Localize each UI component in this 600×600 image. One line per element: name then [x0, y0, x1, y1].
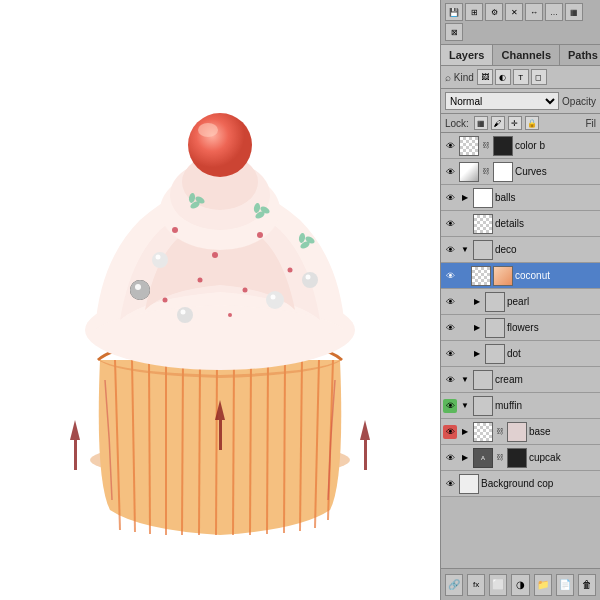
- svg-point-27: [306, 275, 311, 280]
- eye-base[interactable]: 👁: [443, 425, 457, 439]
- lock-brush-icon[interactable]: 🖌: [491, 116, 505, 130]
- extra-icon-2[interactable]: ⊠: [445, 23, 463, 41]
- filter-adjust-icon[interactable]: ◐: [495, 69, 511, 85]
- tab-paths[interactable]: Paths: [560, 45, 600, 65]
- layer-cream[interactable]: 👁 ▼ cream: [441, 367, 600, 393]
- thumb-flowers: [485, 318, 505, 338]
- canvas-area: [0, 0, 440, 600]
- layer-name-cupcake: cupcak: [529, 452, 598, 463]
- expand-cupcake[interactable]: ▶: [459, 452, 471, 464]
- eye-pearl[interactable]: 👁: [443, 295, 457, 309]
- svg-point-28: [152, 252, 168, 268]
- bottom-delete-icon[interactable]: 🗑: [578, 574, 596, 596]
- expand-base[interactable]: ▶: [459, 426, 471, 438]
- layer-name-color-b: color b: [515, 140, 598, 151]
- chain-base: ⛓: [495, 427, 505, 437]
- eye-balls[interactable]: 👁: [443, 191, 457, 205]
- lock-checker-icon[interactable]: ▦: [474, 116, 488, 130]
- layer-name-deco: deco: [495, 244, 598, 255]
- eye-background[interactable]: 👁: [443, 477, 457, 491]
- eye-cream[interactable]: 👁: [443, 373, 457, 387]
- layer-color-b[interactable]: 👁 ⛓ color b: [441, 133, 600, 159]
- chain-curves: ⛓: [481, 167, 491, 177]
- eye-color-b[interactable]: 👁: [443, 139, 457, 153]
- settings-icon[interactable]: ⚙: [485, 3, 503, 21]
- eye-cupcake[interactable]: 👁: [443, 451, 457, 465]
- filter-label: ⌕ Kind: [445, 72, 474, 83]
- lock-label: Lock:: [445, 118, 469, 129]
- close-icon[interactable]: ✕: [505, 3, 523, 21]
- svg-point-23: [181, 310, 186, 315]
- eye-flowers[interactable]: 👁: [443, 321, 457, 335]
- layer-curves[interactable]: 👁 ⛓ Curves: [441, 159, 600, 185]
- expand-dot[interactable]: ▶: [471, 348, 483, 360]
- thumb-cream: [473, 370, 493, 390]
- expand-pearl[interactable]: ▶: [471, 296, 483, 308]
- expand-balls[interactable]: ▶: [459, 192, 471, 204]
- more-icon[interactable]: …: [545, 3, 563, 21]
- eye-details[interactable]: 👁: [443, 217, 457, 231]
- panel-top-icons: 💾 ⊞ ⚙ ✕ ↔ … ▦ ⊠: [441, 0, 600, 45]
- expand-deco[interactable]: ▼: [459, 244, 471, 256]
- bottom-fx-icon[interactable]: fx: [467, 574, 485, 596]
- thumb-pearl: [485, 292, 505, 312]
- svg-point-22: [177, 307, 193, 323]
- duplicate-icon[interactable]: ⊞: [465, 3, 483, 21]
- eye-coconut[interactable]: 👁: [443, 269, 457, 283]
- layer-balls[interactable]: 👁 ▶ balls: [441, 185, 600, 211]
- svg-point-29: [156, 255, 161, 260]
- expand-muffin[interactable]: ▼: [459, 400, 471, 412]
- lock-move-icon[interactable]: ✛: [508, 116, 522, 130]
- save-icon[interactable]: 💾: [445, 3, 463, 21]
- layer-background-cop[interactable]: 👁 Background cop: [441, 471, 600, 497]
- filter-image-icon[interactable]: 🖼: [477, 69, 493, 85]
- svg-point-34: [198, 278, 203, 283]
- bottom-new-layer-icon[interactable]: 📄: [556, 574, 574, 596]
- thumb-base-2: [507, 422, 527, 442]
- layer-pearl[interactable]: 👁 ▶ pearl: [441, 289, 600, 315]
- eye-muffin[interactable]: 👁: [443, 399, 457, 413]
- layer-flowers[interactable]: 👁 ▶ flowers: [441, 315, 600, 341]
- bottom-folder-icon[interactable]: 📁: [534, 574, 552, 596]
- expand-flowers[interactable]: ▶: [471, 322, 483, 334]
- bottom-link-icon[interactable]: 🔗: [445, 574, 463, 596]
- blend-mode-select[interactable]: Normal Multiply Screen Overlay: [445, 92, 559, 110]
- layer-muffin[interactable]: 👁 ▼ muffin: [441, 393, 600, 419]
- thumb-dot: [485, 344, 505, 364]
- thumb-base-1: [473, 422, 493, 442]
- move-icon[interactable]: ↔: [525, 3, 543, 21]
- layer-name-flowers: flowers: [507, 322, 598, 333]
- eye-dot[interactable]: 👁: [443, 347, 457, 361]
- svg-point-30: [172, 227, 178, 233]
- filter-shape-icon[interactable]: ◻: [531, 69, 547, 85]
- layer-base[interactable]: 👁 ▶ ⛓ base: [441, 419, 600, 445]
- svg-point-36: [163, 298, 168, 303]
- tab-layers[interactable]: Layers: [441, 45, 493, 65]
- layer-deco[interactable]: 👁 ▼ deco: [441, 237, 600, 263]
- layer-coconut[interactable]: 👁 coconut: [441, 263, 600, 289]
- layer-name-muffin: muffin: [495, 400, 598, 411]
- layer-name-curves: Curves: [515, 166, 598, 177]
- bottom-adjust-icon[interactable]: ◑: [511, 574, 529, 596]
- svg-point-47: [188, 113, 252, 177]
- opacity-label: Opacity: [562, 96, 596, 107]
- layer-dot[interactable]: 👁 ▶ dot: [441, 341, 600, 367]
- layer-cupcake[interactable]: 👁 ▶ A ⛓ cupcak: [441, 445, 600, 471]
- expand-cream[interactable]: ▼: [459, 374, 471, 386]
- lock-lock-icon[interactable]: 🔒: [525, 116, 539, 130]
- thumb-color-b-2: [493, 136, 513, 156]
- eye-curves[interactable]: 👁: [443, 165, 457, 179]
- layer-name-base: base: [529, 426, 598, 437]
- filter-type-icon[interactable]: T: [513, 69, 529, 85]
- extra-icon-1[interactable]: ▦: [565, 3, 583, 21]
- eye-deco[interactable]: 👁: [443, 243, 457, 257]
- thumb-coconut-2: [493, 266, 513, 286]
- svg-line-5: [182, 360, 183, 535]
- tab-channels[interactable]: Channels: [493, 45, 560, 65]
- layer-details[interactable]: 👁 details: [441, 211, 600, 237]
- bottom-mask-icon[interactable]: ⬜: [489, 574, 507, 596]
- layer-name-dot: dot: [507, 348, 598, 359]
- layers-list: 👁 ⛓ color b 👁 ⛓ Curves 👁 ▶ balls 👁 deta: [441, 133, 600, 568]
- panel-bottom-bar: 🔗 fx ⬜ ◑ 📁 📄 🗑: [441, 568, 600, 600]
- svg-point-26: [302, 272, 318, 288]
